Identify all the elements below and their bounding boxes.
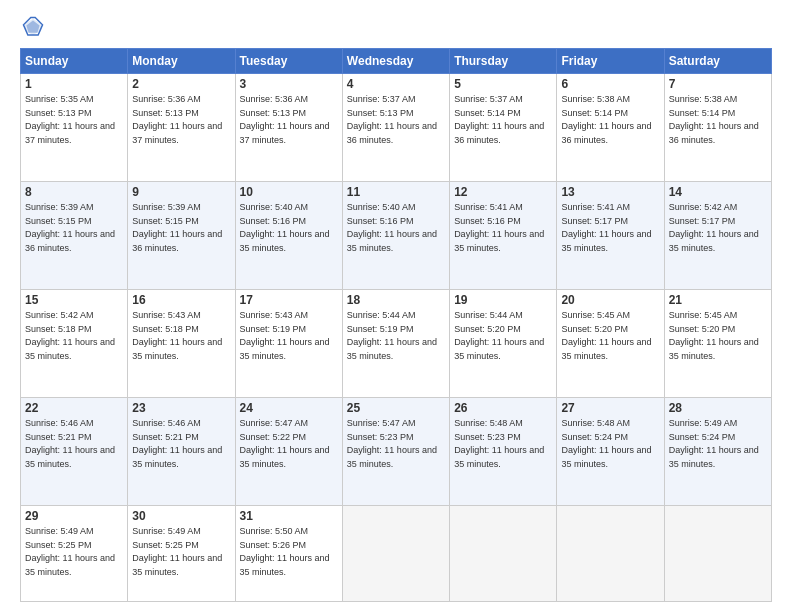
logo-icon <box>22 16 44 38</box>
calendar-cell: 8Sunrise: 5:39 AMSunset: 5:15 PMDaylight… <box>21 182 128 290</box>
day-detail: Sunrise: 5:38 AMSunset: 5:14 PMDaylight:… <box>561 94 651 145</box>
calendar-cell: 9Sunrise: 5:39 AMSunset: 5:15 PMDaylight… <box>128 182 235 290</box>
day-number: 4 <box>347 77 445 91</box>
calendar-week-row: 22Sunrise: 5:46 AMSunset: 5:21 PMDayligh… <box>21 398 772 506</box>
day-detail: Sunrise: 5:41 AMSunset: 5:16 PMDaylight:… <box>454 202 544 253</box>
calendar-week-row: 15Sunrise: 5:42 AMSunset: 5:18 PMDayligh… <box>21 290 772 398</box>
day-detail: Sunrise: 5:37 AMSunset: 5:14 PMDaylight:… <box>454 94 544 145</box>
calendar-header-row: SundayMondayTuesdayWednesdayThursdayFrid… <box>21 49 772 74</box>
day-detail: Sunrise: 5:39 AMSunset: 5:15 PMDaylight:… <box>132 202 222 253</box>
calendar-cell: 5Sunrise: 5:37 AMSunset: 5:14 PMDaylight… <box>450 74 557 182</box>
page: SundayMondayTuesdayWednesdayThursdayFrid… <box>0 0 792 612</box>
calendar-cell: 1Sunrise: 5:35 AMSunset: 5:13 PMDaylight… <box>21 74 128 182</box>
day-number: 21 <box>669 293 767 307</box>
calendar-cell: 23Sunrise: 5:46 AMSunset: 5:21 PMDayligh… <box>128 398 235 506</box>
day-detail: Sunrise: 5:48 AMSunset: 5:24 PMDaylight:… <box>561 418 651 469</box>
day-detail: Sunrise: 5:44 AMSunset: 5:20 PMDaylight:… <box>454 310 544 361</box>
calendar-cell: 4Sunrise: 5:37 AMSunset: 5:13 PMDaylight… <box>342 74 449 182</box>
day-number: 7 <box>669 77 767 91</box>
calendar-cell: 20Sunrise: 5:45 AMSunset: 5:20 PMDayligh… <box>557 290 664 398</box>
calendar-cell <box>450 506 557 602</box>
calendar-cell: 26Sunrise: 5:48 AMSunset: 5:23 PMDayligh… <box>450 398 557 506</box>
day-number: 26 <box>454 401 552 415</box>
calendar-header-saturday: Saturday <box>664 49 771 74</box>
day-number: 12 <box>454 185 552 199</box>
calendar-cell: 3Sunrise: 5:36 AMSunset: 5:13 PMDaylight… <box>235 74 342 182</box>
calendar-cell: 19Sunrise: 5:44 AMSunset: 5:20 PMDayligh… <box>450 290 557 398</box>
calendar-cell: 12Sunrise: 5:41 AMSunset: 5:16 PMDayligh… <box>450 182 557 290</box>
day-number: 8 <box>25 185 123 199</box>
calendar-header-wednesday: Wednesday <box>342 49 449 74</box>
calendar-cell: 11Sunrise: 5:40 AMSunset: 5:16 PMDayligh… <box>342 182 449 290</box>
calendar-cell: 21Sunrise: 5:45 AMSunset: 5:20 PMDayligh… <box>664 290 771 398</box>
calendar-header-monday: Monday <box>128 49 235 74</box>
day-detail: Sunrise: 5:36 AMSunset: 5:13 PMDaylight:… <box>240 94 330 145</box>
day-number: 22 <box>25 401 123 415</box>
day-number: 2 <box>132 77 230 91</box>
day-number: 27 <box>561 401 659 415</box>
day-detail: Sunrise: 5:47 AMSunset: 5:23 PMDaylight:… <box>347 418 437 469</box>
day-detail: Sunrise: 5:44 AMSunset: 5:19 PMDaylight:… <box>347 310 437 361</box>
calendar-week-row: 8Sunrise: 5:39 AMSunset: 5:15 PMDaylight… <box>21 182 772 290</box>
day-detail: Sunrise: 5:43 AMSunset: 5:19 PMDaylight:… <box>240 310 330 361</box>
day-detail: Sunrise: 5:49 AMSunset: 5:25 PMDaylight:… <box>132 526 222 577</box>
day-number: 25 <box>347 401 445 415</box>
calendar-cell: 25Sunrise: 5:47 AMSunset: 5:23 PMDayligh… <box>342 398 449 506</box>
calendar-header-thursday: Thursday <box>450 49 557 74</box>
day-detail: Sunrise: 5:40 AMSunset: 5:16 PMDaylight:… <box>347 202 437 253</box>
calendar-cell: 31Sunrise: 5:50 AMSunset: 5:26 PMDayligh… <box>235 506 342 602</box>
calendar-week-row: 1Sunrise: 5:35 AMSunset: 5:13 PMDaylight… <box>21 74 772 182</box>
calendar-week-row: 29Sunrise: 5:49 AMSunset: 5:25 PMDayligh… <box>21 506 772 602</box>
calendar-cell: 28Sunrise: 5:49 AMSunset: 5:24 PMDayligh… <box>664 398 771 506</box>
calendar-cell: 29Sunrise: 5:49 AMSunset: 5:25 PMDayligh… <box>21 506 128 602</box>
day-detail: Sunrise: 5:47 AMSunset: 5:22 PMDaylight:… <box>240 418 330 469</box>
day-detail: Sunrise: 5:42 AMSunset: 5:18 PMDaylight:… <box>25 310 115 361</box>
calendar-cell: 18Sunrise: 5:44 AMSunset: 5:19 PMDayligh… <box>342 290 449 398</box>
day-number: 20 <box>561 293 659 307</box>
day-detail: Sunrise: 5:41 AMSunset: 5:17 PMDaylight:… <box>561 202 651 253</box>
calendar-header-tuesday: Tuesday <box>235 49 342 74</box>
calendar-cell <box>664 506 771 602</box>
day-number: 13 <box>561 185 659 199</box>
day-detail: Sunrise: 5:38 AMSunset: 5:14 PMDaylight:… <box>669 94 759 145</box>
calendar-table: SundayMondayTuesdayWednesdayThursdayFrid… <box>20 48 772 602</box>
day-number: 6 <box>561 77 659 91</box>
day-detail: Sunrise: 5:42 AMSunset: 5:17 PMDaylight:… <box>669 202 759 253</box>
day-detail: Sunrise: 5:39 AMSunset: 5:15 PMDaylight:… <box>25 202 115 253</box>
day-number: 10 <box>240 185 338 199</box>
day-number: 3 <box>240 77 338 91</box>
day-number: 17 <box>240 293 338 307</box>
calendar-cell: 22Sunrise: 5:46 AMSunset: 5:21 PMDayligh… <box>21 398 128 506</box>
day-detail: Sunrise: 5:43 AMSunset: 5:18 PMDaylight:… <box>132 310 222 361</box>
day-detail: Sunrise: 5:37 AMSunset: 5:13 PMDaylight:… <box>347 94 437 145</box>
day-detail: Sunrise: 5:36 AMSunset: 5:13 PMDaylight:… <box>132 94 222 145</box>
calendar-cell: 6Sunrise: 5:38 AMSunset: 5:14 PMDaylight… <box>557 74 664 182</box>
calendar-cell: 17Sunrise: 5:43 AMSunset: 5:19 PMDayligh… <box>235 290 342 398</box>
calendar-cell: 13Sunrise: 5:41 AMSunset: 5:17 PMDayligh… <box>557 182 664 290</box>
day-number: 30 <box>132 509 230 523</box>
logo <box>20 16 46 38</box>
day-detail: Sunrise: 5:45 AMSunset: 5:20 PMDaylight:… <box>669 310 759 361</box>
calendar-header-sunday: Sunday <box>21 49 128 74</box>
day-number: 15 <box>25 293 123 307</box>
day-detail: Sunrise: 5:40 AMSunset: 5:16 PMDaylight:… <box>240 202 330 253</box>
day-number: 31 <box>240 509 338 523</box>
day-number: 1 <box>25 77 123 91</box>
calendar-cell <box>557 506 664 602</box>
day-number: 14 <box>669 185 767 199</box>
calendar-cell: 7Sunrise: 5:38 AMSunset: 5:14 PMDaylight… <box>664 74 771 182</box>
calendar-cell: 14Sunrise: 5:42 AMSunset: 5:17 PMDayligh… <box>664 182 771 290</box>
day-detail: Sunrise: 5:49 AMSunset: 5:25 PMDaylight:… <box>25 526 115 577</box>
day-detail: Sunrise: 5:48 AMSunset: 5:23 PMDaylight:… <box>454 418 544 469</box>
calendar-cell: 2Sunrise: 5:36 AMSunset: 5:13 PMDaylight… <box>128 74 235 182</box>
calendar-cell: 16Sunrise: 5:43 AMSunset: 5:18 PMDayligh… <box>128 290 235 398</box>
calendar-cell <box>342 506 449 602</box>
calendar-cell: 24Sunrise: 5:47 AMSunset: 5:22 PMDayligh… <box>235 398 342 506</box>
day-number: 11 <box>347 185 445 199</box>
calendar-header-friday: Friday <box>557 49 664 74</box>
day-number: 18 <box>347 293 445 307</box>
day-number: 9 <box>132 185 230 199</box>
calendar-cell: 15Sunrise: 5:42 AMSunset: 5:18 PMDayligh… <box>21 290 128 398</box>
header <box>20 16 772 38</box>
calendar-cell: 30Sunrise: 5:49 AMSunset: 5:25 PMDayligh… <box>128 506 235 602</box>
